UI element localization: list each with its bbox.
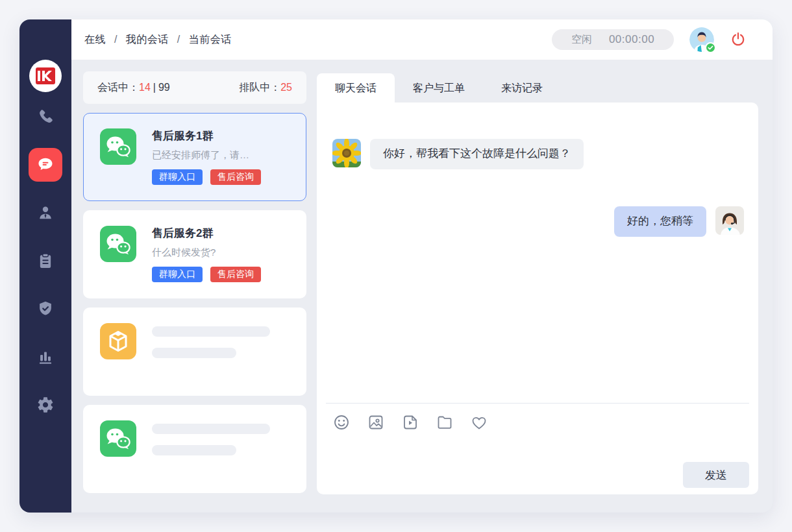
gear-icon bbox=[36, 396, 55, 414]
placeholder-bar bbox=[152, 445, 236, 455]
composer-divider bbox=[326, 403, 749, 404]
logout-power-button[interactable] bbox=[730, 31, 747, 48]
chat-tabs: 聊天会话 客户与工单 来访记录 bbox=[317, 73, 758, 103]
queue-count: 排队中：25 bbox=[239, 81, 292, 95]
message-incoming: 你好，帮我看下这个故障是什么问题？ bbox=[332, 139, 584, 169]
wechat-icon bbox=[100, 128, 136, 165]
session-card-preview: 什么时候发货? bbox=[152, 247, 261, 259]
agent-avatar-headset bbox=[715, 206, 744, 235]
heart-icon bbox=[470, 413, 488, 431]
send-image-button[interactable] bbox=[367, 413, 385, 431]
status-label: 空闲 bbox=[571, 33, 592, 47]
content-area: 会话中：14|99 排队中：25 bbox=[71, 60, 773, 513]
sidebar-nav bbox=[19, 100, 71, 422]
cube-icon bbox=[100, 323, 136, 359]
chat-bubble-icon bbox=[36, 156, 55, 174]
placeholder-text-bars bbox=[152, 323, 270, 395]
send-video-button[interactable] bbox=[401, 413, 419, 431]
tab-visit-records[interactable]: 来访记录 bbox=[483, 73, 561, 103]
emoji-button[interactable] bbox=[332, 413, 351, 431]
nav-item-calls[interactable] bbox=[29, 100, 62, 134]
session-card-placeholder[interactable] bbox=[83, 405, 306, 493]
session-card-preview: 已经安排师傅了，请… bbox=[152, 149, 261, 162]
session-card-body: 售后服务2群 什么时候发货? 群聊入口 售后咨询 bbox=[152, 226, 261, 298]
composer-toolbar bbox=[332, 413, 488, 431]
breadcrumb-online[interactable]: 在线 bbox=[84, 34, 106, 45]
send-button[interactable]: 发送 bbox=[683, 462, 749, 488]
in-session-total: 99 bbox=[158, 82, 170, 93]
sidebar bbox=[19, 19, 71, 513]
breadcrumb-current-session[interactable]: 当前会话 bbox=[189, 34, 232, 45]
aftersales-consult-tag[interactable]: 售后咨询 bbox=[210, 267, 261, 282]
placeholder-bar bbox=[152, 348, 236, 358]
customer-avatar-sunflower bbox=[332, 139, 361, 167]
nav-item-reports[interactable] bbox=[29, 340, 62, 374]
in-session-count: 会话中：14|99 bbox=[97, 81, 170, 95]
check-icon bbox=[708, 45, 713, 51]
wechat-icon bbox=[100, 226, 136, 262]
power-icon bbox=[730, 32, 746, 47]
nav-item-settings[interactable] bbox=[29, 388, 62, 422]
tab-customer-tickets[interactable]: 客户与工单 bbox=[395, 73, 483, 103]
app-logo bbox=[29, 60, 62, 92]
tab-chat-session[interactable]: 聊天会话 bbox=[317, 73, 395, 103]
shield-check-icon bbox=[36, 300, 55, 318]
in-session-current: 14 bbox=[139, 82, 151, 93]
image-icon bbox=[367, 413, 385, 431]
breadcrumb-my-sessions[interactable]: 我的会话 bbox=[126, 34, 169, 45]
nav-item-tasks[interactable] bbox=[29, 244, 62, 278]
group-entry-tag[interactable]: 群聊入口 bbox=[152, 267, 203, 282]
send-file-button[interactable] bbox=[436, 413, 454, 431]
session-card-body: 售后服务1群 已经安排师傅了，请… 群聊入口 售后咨询 bbox=[152, 128, 261, 200]
session-card-tags: 群聊入口 售后咨询 bbox=[152, 267, 261, 282]
incoming-message-bubble: 你好，帮我看下这个故障是什么问题？ bbox=[370, 139, 584, 169]
aftersales-consult-tag[interactable]: 售后咨询 bbox=[210, 169, 261, 185]
outgoing-message-bubble: 好的，您稍等 bbox=[614, 206, 706, 237]
nav-item-security[interactable] bbox=[29, 292, 62, 326]
session-card-title: 售后服务2群 bbox=[152, 226, 261, 241]
folder-icon bbox=[436, 413, 454, 431]
session-card-aftersales-group1[interactable]: 售后服务1群 已经安排师傅了，请… 群聊入口 售后咨询 bbox=[83, 113, 306, 201]
online-badge bbox=[705, 42, 716, 53]
favorite-button[interactable] bbox=[470, 413, 488, 431]
clipboard-icon bbox=[36, 252, 55, 270]
bar-chart-icon bbox=[36, 348, 55, 366]
queue-number: 25 bbox=[280, 82, 292, 93]
session-card-placeholder[interactable] bbox=[83, 308, 306, 396]
session-list-panel: 会话中：14|99 排队中：25 bbox=[83, 71, 306, 493]
agent-status-pill[interactable]: 空闲 00:00:00 bbox=[552, 29, 674, 50]
placeholder-bar bbox=[152, 326, 270, 337]
session-card-title: 售后服务1群 bbox=[152, 128, 261, 143]
brand-logo-icon bbox=[36, 67, 55, 84]
wechat-icon bbox=[100, 420, 136, 457]
session-counter-bar: 会话中：14|99 排队中：25 bbox=[83, 71, 306, 104]
session-card-tags: 群聊入口 售后咨询 bbox=[152, 169, 261, 185]
nav-item-contacts[interactable] bbox=[29, 196, 62, 230]
breadcrumb-separator: / bbox=[114, 34, 118, 45]
placeholder-bar bbox=[152, 424, 270, 434]
top-header: 在线 / 我的会话 / 当前会话 空闲 00:00:00 bbox=[71, 19, 773, 60]
placeholder-text-bars bbox=[152, 420, 270, 492]
breadcrumb: 在线 / 我的会话 / 当前会话 bbox=[84, 33, 232, 47]
agent-avatar[interactable] bbox=[689, 27, 714, 52]
app-window: 在线 / 我的会话 / 当前会话 空闲 00:00:00 bbox=[19, 19, 773, 513]
chat-panel: 你好，帮我看下这个故障是什么问题？ 好的，您稍等 bbox=[317, 103, 758, 494]
user-icon bbox=[36, 204, 55, 222]
video-icon bbox=[401, 413, 419, 431]
status-timer: 00:00:00 bbox=[609, 33, 654, 46]
chat-region: 聊天会话 客户与工单 来访记录 bbox=[317, 73, 758, 494]
session-card-aftersales-group2[interactable]: 售后服务2群 什么时候发货? 群聊入口 售后咨询 bbox=[83, 210, 306, 298]
emoji-icon bbox=[332, 413, 351, 431]
phone-icon bbox=[36, 108, 55, 126]
header-right: 空闲 00:00:00 bbox=[552, 27, 747, 52]
breadcrumb-separator: / bbox=[177, 34, 180, 45]
nav-item-chats[interactable] bbox=[29, 148, 62, 182]
group-entry-tag[interactable]: 群聊入口 bbox=[152, 169, 203, 185]
message-outgoing: 好的，您稍等 bbox=[614, 206, 744, 237]
